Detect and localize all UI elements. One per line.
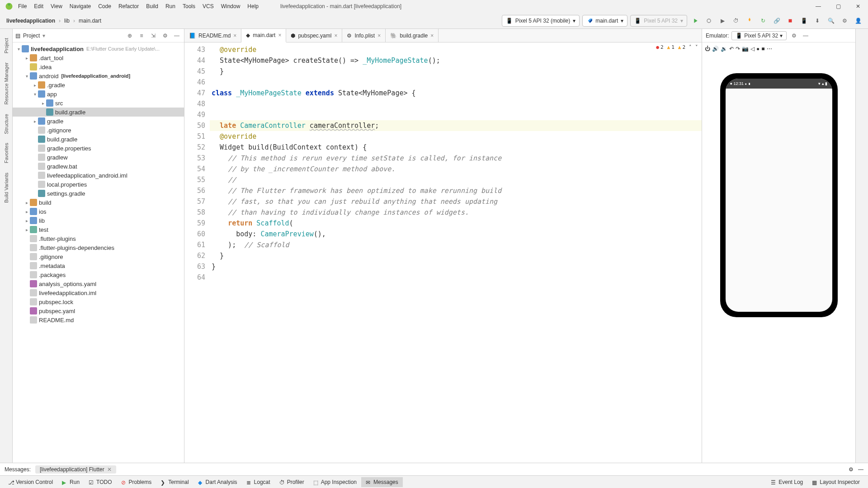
avd-manager-button[interactable]: 📱 (798, 15, 809, 26)
tree-android-iml[interactable]: livefeedapplication_android.iml (13, 171, 184, 180)
code-line-63[interactable]: } (210, 261, 702, 272)
close-messages-icon[interactable]: ✕ (107, 466, 112, 473)
close-tab-icon[interactable]: × (377, 33, 381, 39)
select-opened-file-icon[interactable]: ⊕ (125, 31, 134, 40)
code-line-50[interactable]: late CameraController cameraController; (210, 120, 702, 131)
volume-down-icon[interactable]: 🔉 (721, 46, 727, 52)
menu-navigate[interactable]: Navigate (66, 1, 94, 11)
code-line-61[interactable]: ); // Scaffold (210, 239, 702, 250)
panel-settings-icon[interactable]: ⚙ (160, 31, 170, 40)
menu-file[interactable]: File (14, 1, 30, 11)
code-line-43[interactable]: @override (210, 44, 702, 55)
prev-highlight-icon[interactable]: ˄ (689, 44, 692, 50)
rotate-right-icon[interactable]: ↷ (736, 46, 740, 52)
inspection-widget[interactable]: ●2 ▲1 ▲2 ˄ ˅ (656, 44, 698, 50)
profile-button[interactable]: ⏱ (731, 15, 741, 26)
attach-button[interactable]: 🔗 (771, 15, 782, 26)
menu-vcs[interactable]: VCS (199, 1, 217, 11)
tree-packages[interactable]: .packages (13, 270, 184, 279)
menu-tools[interactable]: Tools (179, 1, 199, 11)
tool-dart-analysis[interactable]: ◆Dart Analysis (193, 477, 242, 487)
close-tab-icon[interactable]: × (334, 33, 337, 39)
breadcrumb-lib[interactable]: lib (62, 17, 71, 25)
tool-structure[interactable]: Structure (4, 114, 9, 134)
tree-pubspec-lock[interactable]: pubspec.lock (13, 297, 184, 306)
tab-main-dart[interactable]: ◆main.dart× (241, 29, 286, 42)
next-highlight-icon[interactable]: ˅ (695, 44, 698, 50)
tree-build[interactable]: ▸build (13, 198, 184, 207)
emulator-device-selector[interactable]: 📱Pixel 5 API 32▾ (731, 31, 787, 40)
tree-pubspec[interactable]: pubspec.yaml (13, 306, 184, 315)
tree-gradle-props[interactable]: gradle.properties (13, 144, 184, 153)
menu-help[interactable]: Help (244, 1, 262, 11)
tool-resource-manager[interactable]: Resource Manager (4, 62, 9, 105)
code-line-57[interactable]: // fast, so that you can just rebuild an… (210, 196, 702, 207)
menu-run[interactable]: Run (162, 1, 179, 11)
menu-view[interactable]: View (47, 1, 66, 11)
tree-android[interactable]: ▾android[livefeedapplication_android] (13, 71, 184, 80)
code-line-59[interactable]: return Scaffold( (210, 218, 702, 229)
tool-project[interactable]: Project (4, 38, 9, 53)
tree-lib[interactable]: ▸lib (13, 216, 184, 225)
tree-test[interactable]: ▸test (13, 225, 184, 234)
breadcrumb-file[interactable]: main.dart (77, 17, 103, 25)
settings-button[interactable]: ⚙ (839, 15, 850, 26)
run-button[interactable] (690, 15, 701, 26)
code-line-44[interactable]: State<MyHomePage> createState() => _MyHo… (210, 55, 702, 66)
menu-window[interactable]: Window (217, 1, 244, 11)
breadcrumb-root[interactable]: livefeedapplication (5, 17, 57, 25)
tool-favorites[interactable]: Favorites (4, 143, 9, 163)
tool-problems[interactable]: ⊘Problems (117, 477, 156, 487)
hot-reload-button[interactable] (744, 15, 755, 26)
stop-button[interactable] (785, 15, 796, 26)
screenshot-icon[interactable]: 📷 (742, 46, 749, 52)
code-editor[interactable]: 4344454647484950515253545556575859606162… (184, 42, 702, 463)
code-line-49[interactable] (210, 109, 702, 120)
close-tab-icon[interactable]: × (278, 32, 281, 38)
tree-flutter-plugins[interactable]: .flutter-plugins (13, 234, 184, 243)
tool-messages[interactable]: ✉Messages (361, 477, 403, 487)
code-line-48[interactable] (210, 99, 702, 109)
tree-build-gradle-app[interactable]: build.gradle (13, 108, 184, 117)
tool-version-control[interactable]: ⎇Version Control (4, 477, 57, 487)
messages-hide-icon[interactable]: ― (858, 466, 863, 473)
tree-local-props[interactable]: local.properties (13, 180, 184, 189)
run-config-selector[interactable]: main.dart▾ (582, 15, 627, 27)
close-tab-icon[interactable]: × (233, 33, 236, 39)
rotate-left-icon[interactable]: ↶ (729, 46, 734, 52)
code-line-53[interactable]: // This method is rerun every time setSt… (210, 153, 702, 164)
tool-app-inspection[interactable]: ⬚App Inspection (309, 477, 361, 487)
coverage-button[interactable]: ▶ (717, 15, 728, 26)
tree-metadata[interactable]: .metadata (13, 261, 184, 270)
tree-app-iml[interactable]: livefeedapplication.iml (13, 288, 184, 297)
code-line-62[interactable]: } (210, 250, 702, 261)
tool-profiler[interactable]: ⏱Profiler (275, 477, 309, 487)
tree-src[interactable]: ▸src (13, 99, 184, 108)
sdk-manager-button[interactable]: ⬇ (812, 15, 823, 26)
code-body[interactable]: ●2 ▲1 ▲2 ˄ ˅ @override State<MyHomePage>… (210, 42, 702, 463)
tab-README-md[interactable]: 📘README.md× (184, 29, 241, 42)
tree-ios[interactable]: ▸ios (13, 207, 184, 216)
tree-readme[interactable]: README.md (13, 315, 184, 324)
maximize-button[interactable]: ▢ (832, 3, 844, 9)
messages-settings-icon[interactable]: ⚙ (849, 466, 854, 473)
back-icon[interactable]: ◁ (750, 46, 755, 52)
device-selector[interactable]: 📱 Pixel 5 API 32 (mobile)▾ (502, 15, 580, 27)
menu-refactor[interactable]: Refactor (115, 1, 142, 11)
tree-gitignore-root[interactable]: .gitignore (13, 252, 184, 261)
power-icon[interactable]: ⏻ (705, 46, 710, 52)
tree-gradlew-bat[interactable]: gradlew.bat (13, 162, 184, 171)
debug-button[interactable] (703, 15, 714, 26)
tree-app[interactable]: ▾app (13, 89, 184, 99)
emulator-minimize-icon[interactable]: ― (801, 31, 810, 40)
code-line-54[interactable]: // by the _incrementCounter method above… (210, 164, 702, 174)
tool-layout-inspector[interactable]: ▦Layout Inspector (807, 477, 864, 487)
tool-event-log[interactable]: ☰Event Log (766, 477, 807, 487)
target-selector[interactable]: 📱 Pixel 5 API 32▾ (630, 15, 687, 27)
menu-edit[interactable]: Edit (30, 1, 47, 11)
project-tree[interactable]: ▾livefeedapplicationE:\Flutter Course Ea… (13, 42, 184, 463)
code-line-60[interactable]: body: CameraPreview(), (210, 229, 702, 239)
collapse-all-icon[interactable]: ⇲ (149, 31, 158, 40)
code-line-47[interactable]: class _MyHomePageState extends State<MyH… (210, 88, 702, 99)
minimize-button[interactable]: ― (812, 3, 825, 9)
